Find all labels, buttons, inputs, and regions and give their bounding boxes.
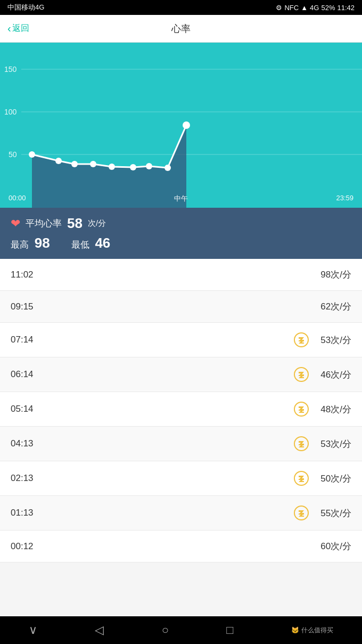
back-button[interactable]: ‹ 返回: [7, 22, 29, 35]
list-item-value: 53次/分: [314, 438, 351, 450]
heart-rate-list: 11:0298次/分09:1562次/分07:14 53次/分06:14 46次…: [0, 259, 362, 563]
max-stats: 最高 98: [11, 235, 50, 251]
svg-text:150: 150: [4, 65, 17, 74]
sleep-badge-icon: [294, 506, 309, 520]
list-item-value: 62次/分: [314, 300, 351, 313]
time-start: 00:00: [9, 194, 26, 203]
signal-icon: 4G: [310, 4, 319, 12]
sleep-badge-icon: [294, 436, 309, 451]
avg-value: 58: [67, 215, 83, 232]
list-item-time: 04:13: [11, 438, 53, 449]
list-item[interactable]: 04:13 53次/分: [0, 427, 362, 461]
list-item-time: 11:02: [11, 270, 53, 280]
list-item-right: 50次/分: [294, 471, 351, 486]
chevron-down-icon[interactable]: ∨: [29, 623, 37, 637]
chart-time-labels: 00:00 中午 23:59: [0, 194, 362, 203]
wifi-icon: ▲: [301, 4, 308, 12]
list-item-right: 55次/分: [294, 506, 351, 520]
list-item-value: 55次/分: [314, 507, 351, 519]
status-bar: 中国移动4G ⚙ NFC ▲ 4G 52% 11:42: [0, 0, 362, 15]
svg-point-12: [109, 164, 115, 170]
battery-text: 52%: [321, 4, 335, 12]
list-item-time: 01:13: [11, 508, 53, 518]
title-bar: ‹ 返回 心率: [0, 15, 362, 43]
heart-icon: ❤: [11, 217, 20, 231]
list-item-time: 02:13: [11, 473, 53, 484]
list-item-right: 46次/分: [294, 367, 351, 382]
app-logo: 🐱 什么值得买: [291, 626, 333, 635]
max-label: 最高: [11, 240, 29, 250]
list-item-time: 00:12: [11, 541, 53, 552]
svg-point-15: [164, 165, 171, 171]
list-item[interactable]: 11:0298次/分: [0, 259, 362, 291]
chart-svg: 150 100 50: [0, 43, 362, 208]
svg-text:100: 100: [4, 108, 17, 116]
list-item-time: 06:14: [11, 369, 53, 380]
carrier-text: 中国移动4G: [7, 3, 44, 12]
svg-point-14: [146, 163, 152, 169]
list-item-right: 60次/分: [314, 540, 351, 552]
list-item[interactable]: 09:1562次/分: [0, 291, 362, 323]
list-item-value: 46次/分: [314, 369, 351, 381]
list-item-right: 62次/分: [314, 300, 351, 313]
list-item-right: 48次/分: [294, 402, 351, 417]
list-item-time: 07:14: [11, 335, 53, 345]
sleep-badge-icon: [294, 332, 309, 347]
sleep-badge-icon: [294, 471, 309, 486]
back-arrow-icon: ‹: [7, 22, 11, 35]
min-label: 最低: [71, 240, 89, 250]
list-item-right: 53次/分: [294, 332, 351, 347]
list-item[interactable]: 06:14 46次/分: [0, 357, 362, 392]
home-nav-icon[interactable]: ○: [162, 623, 169, 637]
time-end: 23:59: [336, 194, 353, 203]
svg-point-13: [130, 164, 136, 170]
stats-row1: ❤ 平均心率 58 次/分: [11, 215, 351, 232]
logo-text: 什么值得买: [301, 626, 333, 635]
heart-rate-chart: 150 100 50 00:00 中午 23:59: [0, 43, 362, 208]
list-item[interactable]: 07:14 53次/分: [0, 323, 362, 357]
list-item-value: 50次/分: [314, 472, 351, 485]
list-item[interactable]: 00:1260次/分: [0, 531, 362, 563]
bluetooth-icon: ⚙: [276, 4, 282, 12]
list-item[interactable]: 01:13 55次/分: [0, 496, 362, 531]
stats-bar: ❤ 平均心率 58 次/分 最高 98 最低 46: [0, 208, 362, 259]
list-item-value: 98次/分: [314, 268, 351, 281]
list-item[interactable]: 05:14 48次/分: [0, 392, 362, 427]
svg-point-10: [71, 161, 78, 167]
list-item-time: 05:14: [11, 404, 53, 414]
list-item-time: 09:15: [11, 301, 53, 312]
list-item-right: 98次/分: [314, 268, 351, 281]
avg-unit: 次/分: [88, 218, 106, 229]
bottom-nav: ∨ ◁ ○ □ 🐱 什么值得买: [0, 616, 362, 644]
page-title: 心率: [171, 22, 191, 35]
time-middle: 中午: [174, 194, 188, 203]
min-value: 46: [95, 235, 110, 251]
list-item-value: 60次/分: [314, 540, 351, 552]
svg-point-11: [90, 161, 96, 167]
back-label: 返回: [12, 23, 29, 34]
svg-text:50: 50: [9, 150, 17, 159]
svg-point-16: [183, 121, 190, 129]
sleep-badge-icon: [294, 402, 309, 417]
recents-nav-icon[interactable]: □: [226, 623, 233, 637]
nfc-label: NFC: [284, 4, 299, 12]
avg-label: 平均心率: [26, 217, 62, 230]
logo-icon: 🐱: [291, 626, 299, 634]
max-value: 98: [35, 235, 50, 251]
status-right: ⚙ NFC ▲ 4G 52% 11:42: [276, 4, 355, 12]
list-item-value: 48次/分: [314, 403, 351, 415]
stats-row2: 最高 98 最低 46: [11, 235, 351, 251]
list-item-right: 53次/分: [294, 436, 351, 451]
list-item-value: 53次/分: [314, 334, 351, 346]
sleep-badge-icon: [294, 367, 309, 382]
time-text: 11:42: [337, 4, 355, 12]
min-stats: 最低 46: [71, 235, 111, 251]
back-nav-icon[interactable]: ◁: [95, 623, 104, 637]
list-item[interactable]: 02:13 50次/分: [0, 461, 362, 496]
svg-point-9: [55, 158, 62, 164]
svg-point-8: [29, 151, 35, 158]
